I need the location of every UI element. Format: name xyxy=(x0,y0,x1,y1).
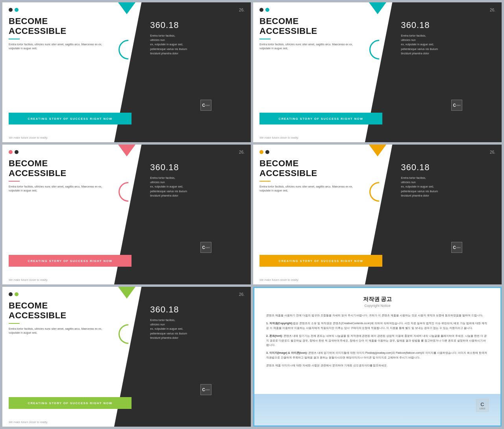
copyright-text-1: 1. 저작권(Copyright) 법은 콘텐츠의 소유 및 저작권은 콘텐츠(… xyxy=(266,321,489,331)
copyright-section-3: 3. 이미지(Image) & 아이콘(Icon): 콘텐츠 내에 닫기하여 이… xyxy=(266,351,489,360)
page-number: 26. xyxy=(239,8,245,12)
page-number: 26. xyxy=(239,292,245,297)
right-content: 360.18 Eretra tortor facilisis,ultricies… xyxy=(401,162,495,198)
dots-decoration xyxy=(9,292,19,296)
copyright-section-1: 1. 저작권(Copyright) 법은 콘텐츠의 소유 및 저작권은 콘텐츠(… xyxy=(266,321,489,331)
slide-title: BECOMEACCESSIBLE xyxy=(259,158,364,178)
big-number: 360.18 xyxy=(401,162,495,173)
copyright-title-en: Copyright Notice xyxy=(364,304,391,308)
footer: We make future closer to reality. xyxy=(9,279,48,281)
big-number: 360.18 xyxy=(401,20,495,30)
dots-decoration xyxy=(9,150,19,154)
dot-2 xyxy=(265,150,269,154)
dot-1 xyxy=(9,150,13,154)
right-body: Eretra tortor facilisis,ultricies nunex,… xyxy=(401,176,495,198)
slide-body: Eretra tortor facilisis, ultricies nunc … xyxy=(9,185,113,193)
cta-button[interactable]: CREATING STORY OF SUCCESS RIGHT NOW xyxy=(259,255,382,267)
right-content: 360.18 Eretra tortor facilisis,ultricies… xyxy=(401,20,495,56)
dot-2 xyxy=(265,8,269,12)
dot-1 xyxy=(259,150,263,154)
title-underline xyxy=(9,323,20,324)
slide-title: BECOMEACCESSIBLE xyxy=(259,16,364,36)
copyright-text-0: 콘텐츠 제품을 사용하기 전에 다음의 법규와 조항들을 자세히 읽어 주시기 … xyxy=(266,313,489,318)
slide-5: 26. BECOMEACCESSIBLE Eretra tortor facil… xyxy=(2,287,251,427)
title-underline xyxy=(259,39,271,39)
copyright-section-4: 콘텐츠 제품 이미지나에 대한 자세한 사항은 관련해서 문의하여 기재된 선도… xyxy=(266,363,489,368)
title-underline xyxy=(9,181,20,182)
right-body: Eretra tortor facilisis,ultricies nunex,… xyxy=(150,33,245,56)
left-content: BECOMEACCESSIBLE Eretra tortor facilisis… xyxy=(259,158,364,193)
c-logo: C LOGO xyxy=(200,384,211,395)
footer: We make future closer to reality. xyxy=(9,136,48,139)
c-logo: C LOGO xyxy=(451,242,462,253)
right-content: 360.18 Eretra tortor facilisis,ultricies… xyxy=(150,20,245,56)
dot-2 xyxy=(15,292,19,296)
copyright-body: 콘텐츠 제품을 사용하기 전에 다음의 법규와 조항들을 자세히 읽어 주시기 … xyxy=(266,312,489,371)
c-logo: C LOGO xyxy=(200,242,211,253)
slide-body: Eretra tortor facilisis, ultricies nunc … xyxy=(259,185,364,193)
cta-button[interactable]: CREATING STORY OF SUCCESS RIGHT NOW xyxy=(9,113,132,124)
footer: We make future closer to reality. xyxy=(259,279,299,281)
left-content: BECOMEACCESSIBLE Eretra tortor facilisis… xyxy=(9,158,113,193)
copyright-text-2: 2. 폰트(font): 콘텐츠 내에 장기기는 전체 폰트는 내부의 나눔글꼴… xyxy=(266,334,489,348)
footer: We make future closer to reality. xyxy=(9,421,48,423)
dots-decoration xyxy=(259,8,269,12)
triangle-decoration xyxy=(369,2,386,14)
slide-body: Eretra tortor facilisis, ultricies nunc … xyxy=(9,43,113,51)
copyright-section-2: 2. 폰트(font): 콘텐츠 내에 장기기는 전체 폰트는 내부의 나눔글꼴… xyxy=(266,334,489,348)
c-logo: C LOGO xyxy=(451,100,462,111)
title-underline xyxy=(9,39,20,39)
right-body: Eretra tortor facilisis,ultricies nunex,… xyxy=(401,33,495,56)
big-number: 360.18 xyxy=(150,20,245,30)
cta-label: CREATING STORY OF SUCCESS RIGHT NOW xyxy=(278,117,363,121)
dot-1 xyxy=(259,8,263,12)
slide-2: 26. BECOMEACCESSIBLE Eretra tortor facil… xyxy=(253,2,502,142)
page-number: 26. xyxy=(490,150,495,154)
cta-button[interactable]: CREATING STORY OF SUCCESS RIGHT NOW xyxy=(9,397,132,409)
dots-decoration xyxy=(9,8,19,12)
cta-button[interactable]: CREATING STORY OF SUCCESS RIGHT NOW xyxy=(259,113,382,124)
slide-3: 26. BECOMEACCESSIBLE Eretra tortor facil… xyxy=(2,145,251,284)
cta-button[interactable]: CREATING STORY OF SUCCESS RIGHT NOW xyxy=(9,255,132,267)
left-content: BECOMEACCESSIBLE Eretra tortor facilisis… xyxy=(9,301,113,335)
right-content: 360.18 Eretra tortor facilisis,ultricies… xyxy=(150,305,245,340)
footer: We make future closer to reality. xyxy=(259,136,299,139)
copyright-slide: 저작권 공고 Copyright Notice 콘텐츠 제품을 사용하기 전에 … xyxy=(253,287,502,427)
slide-1: 26. BECOMEACCESSIBLE Eretra tortor facil… xyxy=(2,2,251,142)
triangle-decoration xyxy=(118,287,135,299)
copyright-title-kr: 저작권 공고 xyxy=(363,296,392,303)
title-underline xyxy=(259,181,271,182)
dot-1 xyxy=(9,292,13,296)
page-number: 26. xyxy=(490,8,495,12)
dot-2 xyxy=(15,8,19,12)
triangle-decoration xyxy=(118,2,135,14)
copyright-text-3: 3. 이미지(Image) & 아이콘(Icon): 콘텐츠 내에 닫기하여 이… xyxy=(266,351,489,360)
cta-label: CREATING STORY OF SUCCESS RIGHT NOW xyxy=(28,117,112,121)
left-content: BECOMEACCESSIBLE Eretra tortor facilisis… xyxy=(9,16,113,51)
slide-body: Eretra tortor facilisis, ultricies nunc … xyxy=(9,327,113,335)
slide-title: BECOMEACCESSIBLE xyxy=(9,301,113,321)
copyright-bg xyxy=(254,394,500,425)
left-content: BECOMEACCESSIBLE Eretra tortor facilisis… xyxy=(259,16,364,51)
copyright-text-4: 콘텐츠 제품 이미지나에 대한 자세한 사항은 관련해서 문의하여 기재된 선도… xyxy=(266,363,489,368)
dots-decoration xyxy=(259,150,269,154)
cta-label: CREATING STORY OF SUCCESS RIGHT NOW xyxy=(278,259,363,263)
dot-1 xyxy=(9,8,13,12)
triangle-decoration xyxy=(118,145,135,156)
right-body: Eretra tortor facilisis,ultricies nunex,… xyxy=(150,176,245,198)
slide-4: 26. BECOMEACCESSIBLE Eretra tortor facil… xyxy=(253,145,502,284)
slide-title: BECOMEACCESSIBLE xyxy=(9,158,113,178)
triangle-decoration xyxy=(369,145,386,156)
big-number: 360.18 xyxy=(150,162,245,173)
big-number: 360.18 xyxy=(150,305,245,315)
cta-label: CREATING STORY OF SUCCESS RIGHT NOW xyxy=(28,401,112,405)
right-body: Eretra tortor facilisis,ultricies nunex,… xyxy=(150,318,245,340)
c-logo: C LOGO xyxy=(200,100,211,111)
cta-label: CREATING STORY OF SUCCESS RIGHT NOW xyxy=(28,259,112,263)
dot-2 xyxy=(15,150,19,154)
right-content: 360.18 Eretra tortor facilisis,ultricies… xyxy=(150,162,245,198)
copyright-section-0: 콘텐츠 제품을 사용하기 전에 다음의 법규와 조항들을 자세히 읽어 주시기 … xyxy=(266,313,489,318)
page-number: 26. xyxy=(239,150,245,154)
slide-title: BECOMEACCESSIBLE xyxy=(9,16,113,36)
slide-body: Eretra tortor facilisis, ultricies nunc … xyxy=(259,43,364,51)
